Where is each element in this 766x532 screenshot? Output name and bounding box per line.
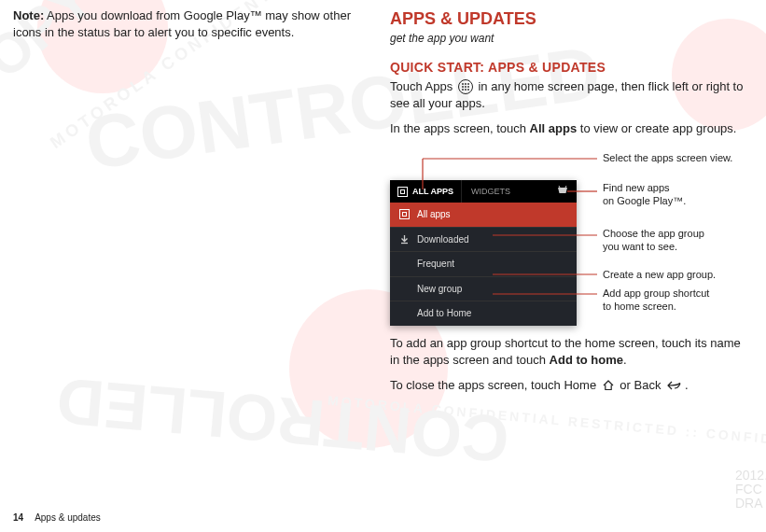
menu-item-downloaded[interactable]: Downloaded xyxy=(390,227,577,252)
tab-all-apps-label: ALL APPS xyxy=(412,186,453,197)
svg-point-1 xyxy=(465,83,467,85)
note-paragraph: Note: Apps you download from Google Play… xyxy=(13,7,368,40)
apps-launcher-icon xyxy=(458,79,473,94)
menu-item-label: All apps xyxy=(417,208,451,221)
svg-point-4 xyxy=(465,86,467,88)
download-icon xyxy=(399,234,410,245)
svg-point-6 xyxy=(462,89,464,91)
apps-tab-icon xyxy=(397,187,408,197)
paragraph-close-apps: To close the apps screen, touch Home or … xyxy=(390,377,745,394)
svg-point-0 xyxy=(462,83,464,85)
callout-new-group: Create a new app group. xyxy=(603,269,716,282)
page-number: 14 xyxy=(13,512,23,523)
back-icon xyxy=(666,380,683,391)
svg-point-8 xyxy=(467,89,469,91)
quickstart-heading: QUICK START: APPS & UPDATES xyxy=(390,59,745,77)
play-store-icon[interactable] xyxy=(549,185,577,198)
section-subtitle: get the app you want xyxy=(390,31,745,46)
menu-item-label: Downloaded xyxy=(417,233,469,246)
paragraph-all-apps: In the apps screen, touch All apps to vi… xyxy=(390,120,745,137)
callout-choose-group: Choose the app groupyou want to see. xyxy=(603,228,704,254)
draft-fcc-watermark: FCC DRA xyxy=(735,483,763,511)
footer-section: Apps & updates xyxy=(35,512,101,523)
svg-point-7 xyxy=(465,89,467,91)
phone-tab-bar: ALL APPS WIDGETS xyxy=(390,180,577,203)
menu-item-new-group[interactable]: New group xyxy=(390,276,577,301)
tab-widgets[interactable]: WIDGETS xyxy=(461,180,520,203)
note-text: Apps you download from Google Play™ may … xyxy=(13,8,351,39)
note-label: Note: xyxy=(13,8,44,22)
svg-point-5 xyxy=(467,86,469,88)
tab-widgets-label: WIDGETS xyxy=(471,186,510,197)
svg-point-2 xyxy=(467,83,469,85)
callout-find-apps: Find new appson Google Play™. xyxy=(603,182,686,208)
paragraph-add-shortcut: To add an app group shortcut to the home… xyxy=(390,335,745,368)
callout-select-view: Select the apps screen view. xyxy=(603,152,732,165)
menu-item-label: Add to Home xyxy=(417,307,471,320)
section-title: APPS & UPDATES xyxy=(390,7,745,30)
menu-item-add-to-home[interactable]: Add to Home xyxy=(390,301,577,326)
home-icon xyxy=(602,380,615,391)
page-footer: 14 Apps & updates xyxy=(13,512,101,523)
apps-dropdown-menu: All apps Downloaded Frequent xyxy=(390,203,577,326)
grid-icon xyxy=(399,209,410,219)
menu-item-frequent[interactable]: Frequent xyxy=(390,251,577,276)
apps-menu-figure: 2012.05.2 FCC DRA ALL APPS WIDGETS xyxy=(390,148,745,316)
tab-all-apps[interactable]: ALL APPS xyxy=(390,180,461,203)
menu-item-all-apps[interactable]: All apps xyxy=(390,203,577,227)
phone-panel: ALL APPS WIDGETS xyxy=(390,180,577,326)
menu-item-label: New group xyxy=(417,283,462,296)
svg-point-3 xyxy=(462,86,464,88)
menu-item-label: Frequent xyxy=(417,258,454,271)
paragraph-apps-touch: Touch Apps in any home screen page, then… xyxy=(390,78,745,111)
callout-add-home: Add app group shortcutto home screen. xyxy=(603,287,709,314)
